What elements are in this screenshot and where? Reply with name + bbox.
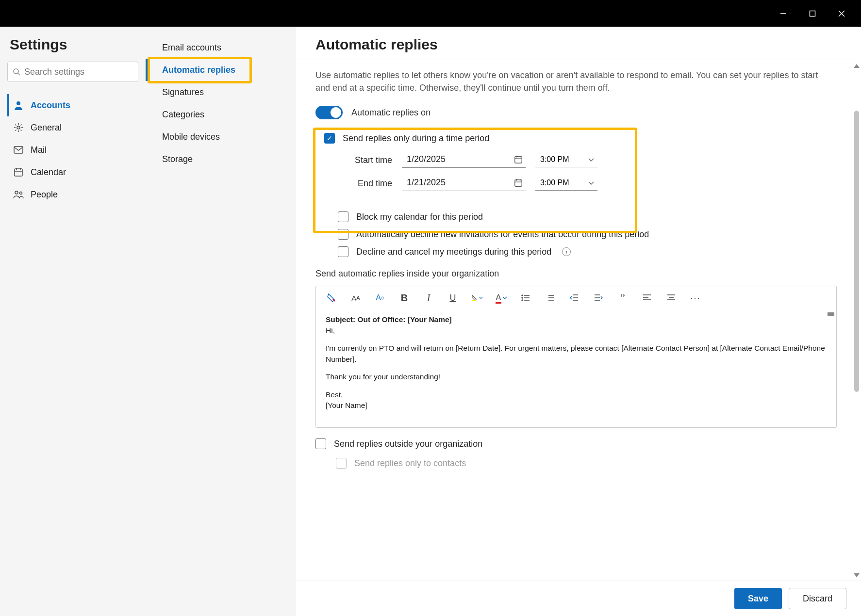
sidebar-item-calendar[interactable]: Calendar <box>7 161 138 183</box>
numbered-list-icon[interactable] <box>544 292 556 304</box>
subnav-automatic-replies[interactable]: Automatic replies <box>146 59 296 81</box>
align-left-icon[interactable] <box>641 292 653 304</box>
info-icon[interactable]: i <box>562 247 571 256</box>
scroll-thumb[interactable] <box>854 111 859 392</box>
automatic-replies-toggle[interactable] <box>315 106 343 119</box>
block-calendar-label: Block my calendar for this period <box>356 212 483 222</box>
svg-point-14 <box>20 192 22 195</box>
editor-content[interactable]: Subject: Out of Office: [Your Name] Hi, … <box>316 309 836 427</box>
editor-signoff2: [Your Name] <box>326 401 367 409</box>
subnav-label: Storage <box>162 154 193 164</box>
end-time-value: 3:00 PM <box>540 178 569 187</box>
end-time-select[interactable]: 3:00 PM <box>535 177 597 191</box>
subnav-label: Email accounts <box>162 43 221 53</box>
svg-rect-1 <box>810 11 815 16</box>
font-increase-icon[interactable]: A◇ <box>374 292 386 304</box>
bold-icon[interactable]: B <box>398 292 410 304</box>
inside-org-label: Send automatic replies inside your organ… <box>315 269 837 279</box>
sidebar-item-label: People <box>31 190 58 200</box>
message-editor: AA A◇ B I U A <box>315 286 837 428</box>
block-calendar-checkbox[interactable] <box>338 211 348 222</box>
time-period-sub-options: Block my calendar for this period Automa… <box>338 211 837 257</box>
calendar-icon[interactable] <box>514 178 523 187</box>
end-date-value: 1/21/2025 <box>407 178 446 188</box>
subnav-label: Automatic replies <box>162 65 235 75</box>
editor-greeting: Hi, <box>326 326 335 335</box>
scroll-down-icon[interactable] <box>854 573 860 577</box>
decrease-indent-icon[interactable] <box>568 292 580 304</box>
svg-rect-15 <box>515 156 522 163</box>
quote-icon[interactable]: ” <box>617 292 629 304</box>
sidebar-item-people[interactable]: People <box>7 183 138 206</box>
font-size-icon[interactable]: AA <box>350 292 362 304</box>
sidebar: Settings Accounts General Mail <box>0 27 146 616</box>
scroll-up-icon[interactable] <box>854 64 860 68</box>
end-time-label: End time <box>339 178 392 189</box>
svg-point-4 <box>14 69 18 74</box>
settings-title: Settings <box>7 36 138 53</box>
start-date-value: 1/20/2025 <box>407 154 446 164</box>
subnav-categories[interactable]: Categories <box>146 103 296 126</box>
calendar-icon[interactable] <box>514 155 523 164</box>
italic-icon[interactable]: I <box>423 292 434 304</box>
subnav-storage[interactable]: Storage <box>146 148 296 170</box>
align-center-icon[interactable] <box>665 292 677 304</box>
search-input-wrapper[interactable] <box>7 62 138 82</box>
save-button[interactable]: Save <box>734 588 782 609</box>
editor-signoff1: Best, <box>326 390 343 399</box>
gear-icon <box>13 123 24 132</box>
svg-point-13 <box>15 191 18 194</box>
decline-new-checkbox[interactable] <box>338 229 348 240</box>
outside-org-checkbox[interactable] <box>315 438 326 449</box>
start-time-select[interactable]: 3:00 PM <box>535 153 597 167</box>
time-period-label: Send replies only during a time period <box>343 133 489 144</box>
chevron-down-icon <box>588 179 595 186</box>
more-options-icon[interactable]: ··· <box>690 292 701 304</box>
subnav-signatures[interactable]: Signatures <box>146 81 296 103</box>
scroll-up-icon[interactable] <box>828 312 834 316</box>
svg-rect-9 <box>15 169 22 176</box>
decline-cancel-checkbox[interactable] <box>338 246 348 257</box>
svg-rect-8 <box>14 146 23 153</box>
maximize-button[interactable] <box>798 0 827 27</box>
subnav-label: Signatures <box>162 87 204 97</box>
time-period-checkbox[interactable]: ✓ <box>324 133 335 144</box>
sidebar-item-accounts[interactable]: Accounts <box>7 94 138 116</box>
subnav-mobile-devices[interactable]: Mobile devices <box>146 126 296 148</box>
underline-icon[interactable]: U <box>447 292 459 304</box>
decline-new-label: Automatically decline new invitations fo… <box>356 229 649 240</box>
sub-navigation: Email accounts Automatic replies Signatu… <box>146 27 296 616</box>
intro-text: Use automatic replies to let others know… <box>315 69 825 94</box>
subnav-email-accounts[interactable]: Email accounts <box>146 36 296 59</box>
contacts-only-label: Send replies only to contacts <box>354 458 466 469</box>
discard-button[interactable]: Discard <box>789 588 846 609</box>
close-button[interactable] <box>827 0 856 27</box>
page-title: Automatic replies <box>315 36 842 53</box>
contacts-only-checkbox <box>336 458 347 469</box>
start-date-input[interactable]: 1/20/2025 <box>402 152 526 168</box>
search-input[interactable] <box>24 67 137 77</box>
decline-cancel-label: Decline and cancel my meetings during th… <box>356 247 551 257</box>
increase-indent-icon[interactable] <box>593 292 604 304</box>
svg-rect-19 <box>515 179 522 186</box>
subnav-label: Categories <box>162 110 204 120</box>
editor-thanks: Thank you for your understanding! <box>326 372 827 382</box>
content-pane: Automatic replies Use automatic replies … <box>296 27 861 616</box>
sidebar-item-general[interactable]: General <box>7 116 138 139</box>
sidebar-item-label: Accounts <box>31 100 70 111</box>
sidebar-item-mail[interactable]: Mail <box>7 139 138 161</box>
minimize-button[interactable] <box>769 0 798 27</box>
font-color-icon[interactable]: A <box>496 292 507 304</box>
scrollbar[interactable] <box>853 64 860 577</box>
highlight-icon[interactable] <box>471 292 483 304</box>
bullet-list-icon[interactable] <box>520 292 531 304</box>
format-painter-icon[interactable] <box>326 292 337 304</box>
editor-scrollbar[interactable] <box>828 312 834 424</box>
people-icon <box>13 190 24 199</box>
end-date-input[interactable]: 1/21/2025 <box>402 176 526 191</box>
start-time-label: Start time <box>339 155 392 165</box>
start-time-value: 3:00 PM <box>540 155 569 164</box>
svg-line-5 <box>18 73 20 75</box>
svg-point-28 <box>522 297 523 298</box>
mail-icon <box>13 146 24 154</box>
